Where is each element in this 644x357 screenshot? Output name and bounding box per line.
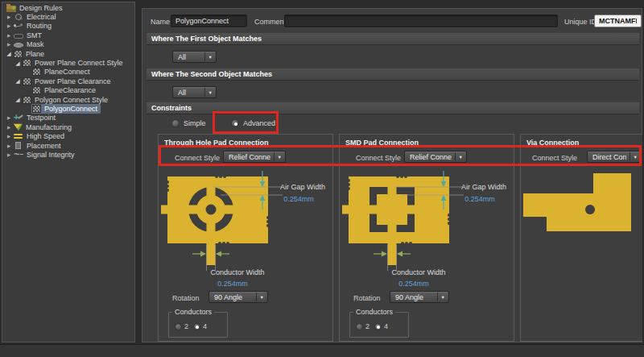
high-speed-icon bbox=[14, 132, 23, 140]
advanced-mode-radio[interactable]: Advanced bbox=[231, 119, 275, 127]
tree-item-smt[interactable]: SMT bbox=[2, 31, 134, 39]
design-rules-dialog: Design Rules Electrical Routing SMT Mask… bbox=[0, 0, 644, 357]
radio-icon[interactable] bbox=[171, 119, 180, 127]
conductors-4-radio[interactable]: 4 bbox=[193, 322, 207, 330]
second-object-scope-dropdown[interactable]: All bbox=[172, 86, 217, 98]
tree-item-placement[interactable]: Placement bbox=[2, 141, 134, 150]
expand-arrow-icon[interactable] bbox=[14, 95, 22, 104]
tree-item-signal-integrity[interactable]: Signal Integrity bbox=[2, 150, 134, 159]
chevron-down-icon bbox=[455, 152, 464, 161]
connect-style-dropdown[interactable]: Relief Connect bbox=[404, 151, 467, 163]
first-object-scope-dropdown[interactable]: All bbox=[172, 51, 217, 63]
comment-input[interactable] bbox=[284, 15, 558, 27]
expand-arrow-icon[interactable] bbox=[14, 77, 22, 85]
radio-selected-icon[interactable] bbox=[231, 119, 239, 127]
rule-icon bbox=[32, 105, 41, 113]
collapse-arrow-icon[interactable] bbox=[5, 12, 13, 22]
through-hole-relief-diagram: Air Gap Width 0.254mm Conductor Width 0.… bbox=[160, 171, 332, 290]
tree-item-label: Design Rules bbox=[19, 4, 63, 12]
radio-icon[interactable] bbox=[356, 323, 363, 330]
radio-selected-icon[interactable] bbox=[374, 323, 382, 330]
through-hole-pad-connection-card: Through Hole Pad Connection Connect Styl… bbox=[158, 134, 333, 342]
unique-id-input[interactable] bbox=[594, 15, 642, 27]
radio-icon[interactable] bbox=[175, 323, 182, 330]
rotation-dropdown[interactable]: 90 Angle bbox=[390, 291, 449, 303]
conductors-label: Conductors bbox=[172, 308, 214, 316]
smd-pad-connection-card: SMD Pad Connection Connect Style Relief … bbox=[339, 134, 514, 342]
tree-item-label: PolygonConnect bbox=[44, 105, 97, 113]
smd-pad bbox=[377, 194, 407, 225]
design-rules-folder-icon bbox=[6, 6, 16, 12]
plane-icon bbox=[14, 50, 23, 58]
unique-id-label: Unique ID bbox=[564, 18, 597, 26]
card-title: Via Connection bbox=[526, 139, 579, 147]
tree-item-planeconnect[interactable]: PlaneConnect bbox=[2, 68, 134, 77]
second-object-matches-header: Where The Second Object Matches bbox=[147, 68, 639, 81]
conductors-groupbox: Conductors 2 4 bbox=[168, 312, 228, 338]
testpoint-icon bbox=[14, 114, 23, 122]
collapse-arrow-icon[interactable] bbox=[5, 141, 13, 151]
rotation-label: Rotation bbox=[353, 294, 381, 302]
tree-item-label: Mask bbox=[27, 40, 44, 48]
collapse-arrow-icon[interactable] bbox=[5, 131, 13, 141]
name-input[interactable] bbox=[171, 15, 247, 27]
conductors-2-radio[interactable]: 2 bbox=[356, 322, 369, 330]
tree-item-label: Polygon Connect Style bbox=[35, 96, 108, 104]
conductors-groupbox: Conductors 2 4 bbox=[349, 312, 409, 338]
tree-item-power-plane-clearance[interactable]: Power Plane Clearance bbox=[2, 77, 134, 85]
rotation-label: Rotation bbox=[172, 294, 200, 302]
connect-style-label: Connect Style bbox=[532, 154, 577, 162]
chevron-down-icon bbox=[204, 88, 214, 97]
design-rules-tree: Design Rules Electrical Routing SMT Mask… bbox=[2, 2, 134, 160]
constraints-header: Constraints bbox=[147, 102, 639, 114]
via-hole bbox=[585, 205, 595, 214]
drill-hole bbox=[206, 205, 217, 215]
tree-item-polygonconnect-selected[interactable]: PolygonConnect bbox=[2, 104, 134, 113]
air-gap-width-value: 0.254mm bbox=[464, 195, 495, 203]
tree-item-routing[interactable]: Routing bbox=[2, 22, 134, 31]
connect-style-dropdown[interactable]: Direct Connect bbox=[587, 151, 642, 163]
tree-item-label: PlaneConnect bbox=[44, 68, 90, 76]
tree-item-label: Plane bbox=[26, 50, 44, 58]
comment-label: Comment bbox=[254, 18, 286, 26]
radio-selected-icon[interactable] bbox=[193, 323, 200, 330]
conductors-2-radio[interactable]: 2 bbox=[175, 322, 188, 330]
conductors-4-radio[interactable]: 4 bbox=[374, 322, 388, 330]
manufacturing-icon bbox=[14, 123, 23, 131]
tree-item-manufacturing[interactable]: Manufacturing bbox=[2, 122, 134, 131]
connect-style-dropdown[interactable]: Relief Connect bbox=[223, 151, 286, 163]
tree-item-label: Testpoint bbox=[27, 114, 56, 122]
tree-item-design-rules[interactable]: Design Rules bbox=[2, 3, 134, 12]
expand-arrow-icon[interactable] bbox=[14, 59, 22, 68]
collapse-arrow-icon[interactable] bbox=[5, 21, 13, 31]
simple-mode-radio[interactable]: Simple bbox=[171, 119, 206, 127]
smd-relief-diagram: Air Gap Width 0.254mm Conductor Width 0.… bbox=[341, 171, 513, 290]
tree-item-planeclearance[interactable]: PlaneClearance bbox=[2, 86, 134, 95]
collapse-arrow-icon[interactable] bbox=[5, 39, 13, 49]
card-title: Through Hole Pad Connection bbox=[164, 139, 269, 147]
collapse-arrow-icon[interactable] bbox=[5, 31, 13, 40]
tree-item-plane[interactable]: Plane bbox=[2, 49, 134, 58]
design-rules-tree-panel: Design Rules Electrical Routing SMT Mask… bbox=[2, 2, 135, 342]
tree-item-mask[interactable]: Mask bbox=[2, 40, 134, 49]
collapse-arrow-icon[interactable] bbox=[5, 113, 13, 122]
expand-arrow-icon[interactable] bbox=[5, 49, 13, 58]
routing-icon bbox=[14, 22, 23, 30]
tree-item-power-plane-connect-style[interactable]: Power Plane Connect Style bbox=[2, 58, 134, 67]
rotation-dropdown[interactable]: 90 Angle bbox=[208, 291, 268, 303]
tree-item-polygon-connect-style[interactable]: Polygon Connect Style bbox=[2, 95, 134, 104]
tree-item-high-speed[interactable]: High Speed bbox=[2, 131, 134, 140]
tree-item-electrical[interactable]: Electrical bbox=[2, 12, 134, 21]
collapse-arrow-icon[interactable] bbox=[5, 122, 13, 132]
tree-item-label: Routing bbox=[27, 22, 52, 30]
air-gap-width-label: Air Gap Width bbox=[280, 183, 325, 191]
rule-icon bbox=[32, 86, 41, 94]
mask-icon bbox=[14, 43, 23, 48]
tree-item-testpoint[interactable]: Testpoint bbox=[2, 114, 134, 122]
conductor-width-label: Conductor Width bbox=[210, 268, 264, 276]
chevron-down-icon bbox=[204, 52, 214, 61]
air-gap-width-label: Air Gap Width bbox=[461, 183, 506, 191]
chevron-down-icon bbox=[274, 152, 283, 161]
chevron-down-icon bbox=[256, 293, 266, 301]
collapse-arrow-icon[interactable] bbox=[5, 150, 13, 160]
